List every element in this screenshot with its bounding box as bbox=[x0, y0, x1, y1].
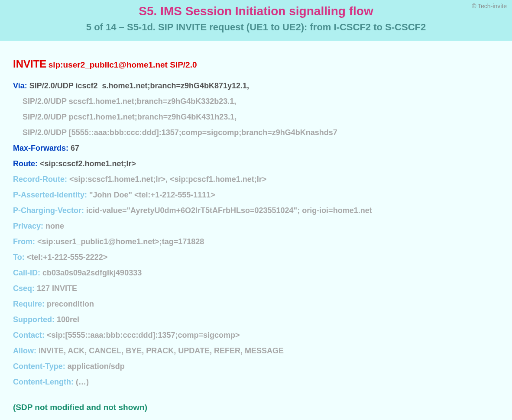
p-charging-vector-header: P-Charging-Vector: icid-value="AyretyU0d… bbox=[13, 203, 499, 218]
allow-header: Allow: INVITE, ACK, CANCEL, BYE, PRACK, … bbox=[13, 343, 499, 359]
require-name: Require: bbox=[13, 300, 45, 308]
content-length-header: Content-Length: (…) bbox=[13, 374, 499, 390]
route-name: Route: bbox=[13, 159, 38, 168]
p-charging-vector-value: icid-value="AyretyU0dm+6O2IrT5tAFrbHLso=… bbox=[84, 206, 372, 215]
supported-header: Supported: 100rel bbox=[13, 312, 499, 327]
header-banner: © Tech-invite S5. IMS Session Initiation… bbox=[0, 0, 512, 41]
via-header-value: SIP/2.0/UDP icscf2_s.home1.net;branch=z9… bbox=[27, 81, 249, 90]
content-type-header: Content-Type: application/sdp bbox=[13, 359, 499, 374]
contact-value: <sip:[5555::aaa:bbb:ccc:ddd]:1357;comp=s… bbox=[45, 331, 240, 339]
content-length-value: (…) bbox=[74, 378, 89, 386]
supported-name: Supported: bbox=[13, 315, 55, 324]
to-value: <tel:+1-212-555-2222> bbox=[25, 253, 108, 262]
max-forwards-value: 67 bbox=[68, 144, 79, 152]
via-header: Via: SIP/2.0/UDP icscf2_s.home1.net;bran… bbox=[13, 78, 499, 94]
call-id-value: cb03a0s09a2sdfglkj490333 bbox=[40, 268, 142, 277]
supported-value: 100rel bbox=[55, 315, 79, 324]
page-subtitle: 5 of 14 – S5-1d. SIP INVITE request (UE1… bbox=[0, 22, 512, 33]
call-id-header: Call-ID: cb03a0s09a2sdfglkj490333 bbox=[13, 265, 499, 281]
call-id-name: Call-ID: bbox=[13, 268, 40, 277]
contact-name: Contact: bbox=[13, 331, 45, 339]
record-route-header: Record-Route: <sip:scscf1.home1.net;lr>,… bbox=[13, 171, 499, 187]
sdp-note: (SDP not modified and not shown) bbox=[13, 403, 499, 412]
p-charging-vector-name: P-Charging-Vector: bbox=[13, 206, 84, 215]
page-title: S5. IMS Session Initiation signalling fl… bbox=[0, 4, 512, 18]
from-name: From: bbox=[13, 237, 35, 246]
content-type-value: application/sdp bbox=[65, 362, 125, 371]
via-continuation-2: SIP/2.0/UDP pcscf1.home1.net;branch=z9hG… bbox=[13, 109, 499, 125]
sip-request-line: INVITE sip:user2_public1@home1.net SIP/2… bbox=[13, 58, 499, 70]
cseq-value: 127 INVITE bbox=[35, 284, 77, 293]
sip-method: INVITE bbox=[13, 58, 46, 70]
route-value: <sip:scscf2.home1.net;lr> bbox=[38, 159, 136, 168]
p-asserted-identity-value: "John Doe" <tel:+1-212-555-1111> bbox=[87, 191, 215, 199]
record-route-value: <sip:scscf1.home1.net;lr>, <sip:pcscf1.h… bbox=[67, 175, 266, 184]
via-header-name: Via: bbox=[13, 81, 27, 90]
from-value: <sip:user1_public1@home1.net>;tag=171828 bbox=[35, 237, 204, 246]
require-header: Require: precondition bbox=[13, 296, 499, 312]
from-header: From: <sip:user1_public1@home1.net>;tag=… bbox=[13, 234, 499, 249]
via-continuation-3: SIP/2.0/UDP [5555::aaa:bbb:ccc:ddd]:1357… bbox=[13, 125, 499, 140]
contact-header: Contact: <sip:[5555::aaa:bbb:ccc:ddd]:13… bbox=[13, 327, 499, 343]
to-header: To: <tel:+1-212-555-2222> bbox=[13, 249, 499, 265]
allow-name: Allow: bbox=[13, 346, 36, 355]
require-value: precondition bbox=[45, 300, 94, 308]
sip-request-uri: sip:user2_public1@home1.net SIP/2.0 bbox=[49, 60, 197, 69]
allow-value: INVITE, ACK, CANCEL, BYE, PRACK, UPDATE,… bbox=[36, 346, 284, 355]
max-forwards-name: Max-Forwards: bbox=[13, 144, 68, 152]
content-type-name: Content-Type: bbox=[13, 362, 65, 371]
cseq-name: Cseq: bbox=[13, 284, 35, 293]
cseq-header: Cseq: 127 INVITE bbox=[13, 281, 499, 296]
copyright-text: © Tech-invite bbox=[472, 3, 507, 10]
route-header: Route: <sip:scscf2.home1.net;lr> bbox=[13, 156, 499, 171]
privacy-header: Privacy: none bbox=[13, 218, 499, 234]
sip-message-content: INVITE sip:user2_public1@home1.net SIP/2… bbox=[0, 41, 512, 420]
p-asserted-identity-header: P-Asserted-Identity: "John Doe" <tel:+1-… bbox=[13, 187, 499, 203]
to-name: To: bbox=[13, 253, 25, 262]
privacy-value: none bbox=[43, 222, 64, 230]
p-asserted-identity-name: P-Asserted-Identity: bbox=[13, 191, 87, 199]
content-length-name: Content-Length: bbox=[13, 378, 74, 386]
max-forwards-header: Max-Forwards: 67 bbox=[13, 140, 499, 156]
privacy-name: Privacy: bbox=[13, 222, 43, 230]
via-continuation-1: SIP/2.0/UDP scscf1.home1.net;branch=z9hG… bbox=[13, 94, 499, 109]
record-route-name: Record-Route: bbox=[13, 175, 67, 184]
